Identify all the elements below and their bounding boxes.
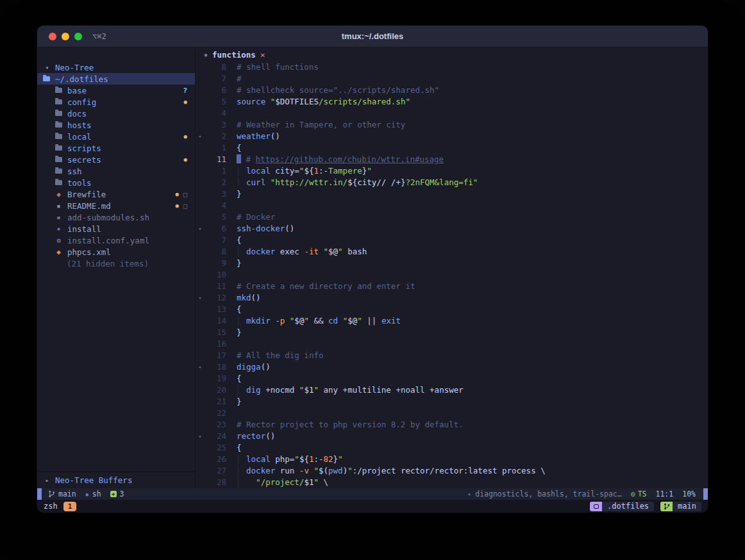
tree-item-label: base bbox=[67, 86, 87, 95]
code-token bbox=[237, 177, 246, 187]
code-line-33[interactable]: ▾24rector() bbox=[196, 431, 708, 442]
code-line-30[interactable]: 21} bbox=[196, 396, 708, 408]
code-line-23[interactable]: 14 mkdir -p "$@" && cd "$@" || exit bbox=[196, 315, 708, 327]
tree-item-tools[interactable]: tools bbox=[37, 177, 195, 188]
code-token: " bbox=[314, 477, 319, 487]
tree-item-add-submodules.sh[interactable]: ▪add-submodules.sh bbox=[37, 211, 195, 223]
session-icon bbox=[590, 502, 602, 511]
code-line-10[interactable]: 1 local city="${1:-Tampere}" bbox=[196, 165, 708, 177]
tree-item-phpcs.xml[interactable]: ◈phpcs.xml bbox=[37, 246, 195, 258]
tree-item-secrets[interactable]: secrets● bbox=[37, 154, 195, 165]
statusline: main ▪ sh 3 ◂ diagnosticls, bashls, trai… bbox=[37, 488, 708, 500]
fold-column bbox=[196, 246, 205, 258]
code-line-8[interactable]: 1{ bbox=[196, 142, 708, 154]
tree-item-local[interactable]: local● bbox=[37, 131, 195, 142]
code-line-15[interactable]: ▾6ssh-docker() bbox=[196, 223, 708, 235]
code-token: "http://wttr.in/ bbox=[271, 177, 347, 187]
code-token: \ bbox=[319, 477, 328, 487]
line-number: 4 bbox=[205, 200, 226, 211]
tmux-window-index[interactable]: 1 bbox=[63, 502, 77, 511]
code-token: "/project/ bbox=[256, 477, 304, 487]
code-line-4[interactable]: 5source "$DOTFILES/scripts/shared.sh" bbox=[196, 96, 708, 108]
tree-item-config[interactable]: config● bbox=[37, 96, 195, 108]
code-line-32[interactable]: 23# Rector project to php version 8.2 by… bbox=[196, 419, 708, 431]
code-line-13[interactable]: 4 bbox=[196, 200, 708, 211]
code-text: # https://github.com/chubin/wttr.in#usag… bbox=[237, 154, 444, 165]
code-line-28[interactable]: 19{ bbox=[196, 373, 708, 384]
fold-icon[interactable]: ▾ bbox=[196, 292, 205, 304]
code-token bbox=[237, 316, 246, 325]
code-line-34[interactable]: 25{ bbox=[196, 442, 708, 454]
code-line-3[interactable]: 6# shellcheck source="../scripts/shared.… bbox=[196, 85, 708, 96]
close-window-button[interactable] bbox=[49, 33, 56, 40]
tree-item-base[interactable]: base? bbox=[37, 85, 195, 96]
code-text: rector() bbox=[237, 431, 275, 442]
code-token: } bbox=[237, 397, 242, 406]
filetype-label: sh bbox=[92, 490, 101, 498]
code-line-27[interactable]: ▾18digga() bbox=[196, 361, 708, 373]
fold-icon[interactable]: ▾ bbox=[196, 361, 205, 373]
code-line-24[interactable]: 15} bbox=[196, 327, 708, 338]
code-line-2[interactable]: 7# bbox=[196, 73, 708, 85]
code-line-6[interactable]: 3# Weather in Tampere, or other city bbox=[196, 119, 708, 131]
code-text: docker run -v "$(pwd)":/project rector/r… bbox=[237, 465, 546, 477]
code-line-11[interactable]: 2 curl "http://wttr.in/${city// /+}?2nFQ… bbox=[196, 177, 708, 188]
code-token: -v bbox=[299, 466, 309, 475]
code-line-36[interactable]: 27 docker run -v "$(pwd)":/project recto… bbox=[196, 465, 708, 477]
code-token: :- bbox=[314, 454, 323, 464]
code-line-21[interactable]: ▾12mkd() bbox=[196, 292, 708, 304]
code-token: 82 bbox=[324, 454, 333, 464]
tree-item-install[interactable]: ∗install bbox=[37, 223, 195, 235]
code-line-5[interactable]: 4 bbox=[196, 108, 708, 119]
folder-open-icon bbox=[43, 76, 50, 81]
code-line-17[interactable]: 8 docker exec -it "$@" bash bbox=[196, 246, 708, 258]
code-token bbox=[265, 177, 271, 187]
code-text: mkdir -p "$@" && cd "$@" || exit bbox=[237, 315, 401, 327]
code-line-31[interactable]: 22 bbox=[196, 408, 708, 419]
code-line-35[interactable]: 26 local php="${1:-82}" bbox=[196, 454, 708, 465]
code-line-9[interactable]: 11 # https://github.com/chubin/wttr.in#u… bbox=[196, 154, 708, 165]
code-line-20[interactable]: 11# Create a new directory and enter it bbox=[196, 281, 708, 292]
code-line-22[interactable]: 13{ bbox=[196, 304, 708, 315]
fold-column bbox=[196, 315, 205, 327]
code-line-19[interactable]: 10 bbox=[196, 269, 708, 281]
neotree-buffers-header[interactable]: ▸ Neo-Tree Buffers bbox=[37, 472, 195, 488]
code-line-1[interactable]: 8# shell functions bbox=[196, 62, 708, 73]
zoom-window-button[interactable] bbox=[74, 33, 82, 40]
tree-item-label: add-submodules.sh bbox=[67, 213, 149, 222]
code-token: php= bbox=[271, 454, 295, 464]
tree-item-readme.md[interactable]: ▪README.md●□ bbox=[37, 200, 195, 211]
code-token: " bbox=[314, 466, 319, 475]
tree-item-label: Brewfile bbox=[67, 190, 106, 199]
tree-item-label: README.md bbox=[67, 201, 111, 211]
neotree-header[interactable]: ▾Neo-Tree bbox=[37, 62, 195, 73]
code-line-37[interactable]: 28 "/project/$1" \ bbox=[196, 477, 708, 488]
tmux-window-name[interactable]: zsh bbox=[44, 502, 58, 511]
close-tab-icon[interactable]: × bbox=[260, 50, 265, 60]
fold-icon[interactable]: ▾ bbox=[196, 223, 205, 235]
editor-panel: ▪ functions × 8# shell functions7#6# she… bbox=[196, 47, 708, 488]
code-line-7[interactable]: ▾2weather() bbox=[196, 131, 708, 142]
tree-item-brewfile[interactable]: ◆Brewfile●□ bbox=[37, 188, 195, 200]
tree-item-docs[interactable]: docs bbox=[37, 108, 195, 119]
code-line-14[interactable]: 5# Docker bbox=[196, 211, 708, 223]
tree-item-install.conf.yaml[interactable]: ⚙install.conf.yaml bbox=[37, 235, 195, 246]
fold-column bbox=[196, 119, 205, 131]
tree-item-ssh[interactable]: ssh bbox=[37, 165, 195, 177]
code-line-12[interactable]: 3} bbox=[196, 188, 708, 200]
fold-icon[interactable]: ▾ bbox=[196, 431, 205, 442]
code-token: { bbox=[237, 374, 242, 383]
code-line-18[interactable]: 9} bbox=[196, 258, 708, 269]
tree-item---.dotfiles[interactable]: ~/.dotfiles bbox=[37, 73, 195, 85]
branch-name: main bbox=[58, 490, 76, 498]
code-line-25[interactable]: 16 bbox=[196, 338, 708, 350]
code-line-29[interactable]: 20 dig +nocmd "$1" any +multiline +noall… bbox=[196, 384, 708, 396]
tree-item-scripts[interactable]: scripts bbox=[37, 142, 195, 154]
tree-item-hosts[interactable]: hosts bbox=[37, 119, 195, 131]
minimize-window-button[interactable] bbox=[62, 33, 69, 40]
code-token: ${city// /+} bbox=[347, 177, 405, 187]
fold-icon[interactable]: ▾ bbox=[196, 131, 205, 142]
tab-functions[interactable]: functions bbox=[212, 50, 256, 60]
code-line-16[interactable]: 7{ bbox=[196, 235, 708, 246]
code-line-26[interactable]: 17# All the dig info bbox=[196, 350, 708, 361]
